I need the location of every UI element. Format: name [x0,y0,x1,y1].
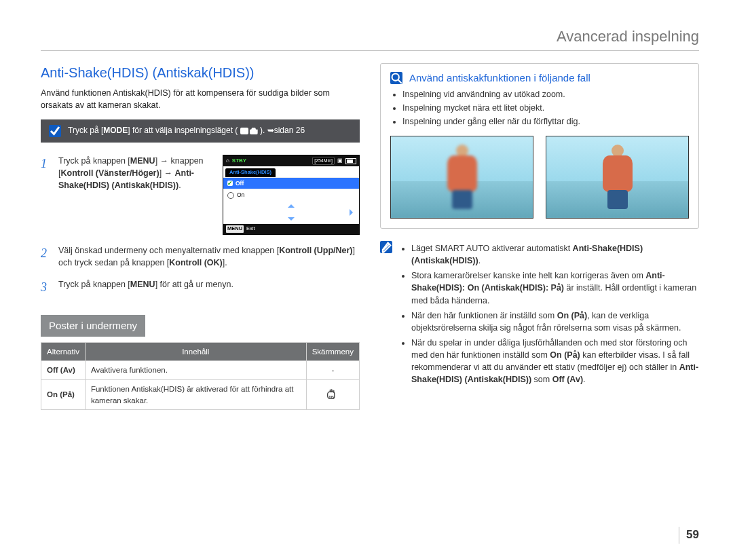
example-image-sharp [546,136,689,219]
arrow-right-icon [350,209,356,216]
list-item: Inspelning under gång eller när du förfl… [402,115,689,128]
notes-list: Läget SMART AUTO aktiverar automatiskt A… [399,240,699,388]
magnifier-icon [390,72,402,84]
remaining-time: [254Min] [312,157,335,165]
antishake-icon: DIS [325,386,340,400]
lcd-arrows [223,201,359,224]
card-icon: ▣ [337,157,343,165]
video-icon [240,128,248,134]
lcd-preview: ⌂ STBY [254Min] ▣ Anti-Shake(HDIS) Off O… [223,155,360,235]
use-cases-list: Inspelning vid användning av utökad zoom… [390,88,689,128]
list-item: När den här funktionen är inställd som O… [411,310,699,334]
step-number: 1 [41,155,50,235]
cell-option: Off (Av) [41,361,86,380]
left-column: Anti-Shake(HDIS) (Antiskak(HDIS)) Använd… [41,63,360,411]
stby-label: STBY [232,157,246,165]
step-2: 2 Välj önskad undermeny och menyalternat… [41,244,360,269]
lcd-topbar: ⌂ STBY [254Min] ▣ [223,155,359,166]
table-row: On (På) Funktionen Antiskak(HDIS) är akt… [41,380,360,410]
home-icon: ⌂ [226,157,229,165]
check-icon [49,125,61,137]
list-item: När du spelar in under dåliga ljusförhål… [411,337,699,386]
photo-icon [250,128,258,134]
step-3: 3 Tryck på knappen [MENU] för att gå ur … [41,278,360,296]
example-image-blurry [390,136,533,219]
step-body: Tryck på knappen [MENU] → knappen [Kontr… [58,155,214,235]
video-photo-icons [240,128,258,134]
battery-icon [345,158,356,164]
cell-option: On (På) [41,380,86,410]
step-body: Tryck på knappen [MENU] för att gå ur me… [58,278,360,296]
cell-icon: DIS [306,380,359,410]
menu-badge: MENU [226,225,244,233]
list-item: Inspelning vid användning av utökad zoom… [402,88,689,100]
exit-label: Exit [246,225,255,233]
step-number: 3 [41,278,50,296]
note-icon [380,241,392,253]
page-number: 59 [679,527,699,544]
cell-icon: - [306,361,359,380]
arrow-up-icon [288,201,295,208]
right-column: Använd antiskakfunktionen i följande fal… [380,63,699,411]
submenu-heading: Poster i undermeny [41,315,145,337]
intro-text: Använd funktionen Antiskak(HDIS) för att… [41,87,360,111]
use-cases-title: Använd antiskakfunktionen i följande fal… [409,71,590,86]
page-title: Anti-Shake(HDIS) (Antiskak(HDIS)) [41,63,360,83]
example-images [390,136,689,219]
arrow-down-icon [288,217,295,224]
section-title: Avancerad inspelning [41,26,699,48]
cell-text: Avaktivera funktionen. [85,361,306,380]
use-cases-box: Använd antiskakfunktionen i följande fal… [380,63,699,229]
submenu-table: Alternativ Innehåll Skärmmeny Off (Av) A… [41,342,360,411]
lcd-bottom-bar: MENU Exit [223,224,359,234]
svg-point-1 [392,73,399,80]
table-row: Off (Av) Avaktivera funktionen. - [41,361,360,380]
lcd-tab: Anti-Shake(HDIS) [225,168,276,177]
mode-hint-text: Tryck på [MODE] för att välja inspelning… [68,125,305,136]
notes-box: Läget SMART AUTO aktiverar automatiskt A… [380,240,699,388]
step-1: 1 Tryck på knappen [MENU] → knappen [Kon… [41,155,360,235]
svg-text:DIS: DIS [329,396,335,400]
check-icon [227,181,233,186]
list-item: Inspelning mycket nära ett litet objekt. [402,102,689,114]
header-bar: Avancerad inspelning [41,26,699,51]
step-body: Välj önskad undermeny och menyalternativ… [58,244,360,269]
lcd-row-off: Off [223,177,359,189]
list-item: Stora kamerarörelser kanske inte helt ka… [411,269,699,306]
th-screenmenu: Skärmmeny [306,342,359,361]
mode-hint-bar: Tryck på [MODE] för att välja inspelning… [41,119,360,143]
th-option: Alternativ [41,342,86,361]
th-content: Innehåll [85,342,306,361]
list-item: Läget SMART AUTO aktiverar automatiskt A… [411,242,699,267]
cell-text: Funktionen Antiskak(HDIS) är aktiverad f… [85,380,306,410]
step-number: 2 [41,244,50,269]
lcd-row-on: On [223,189,359,200]
radio-icon [227,192,234,199]
